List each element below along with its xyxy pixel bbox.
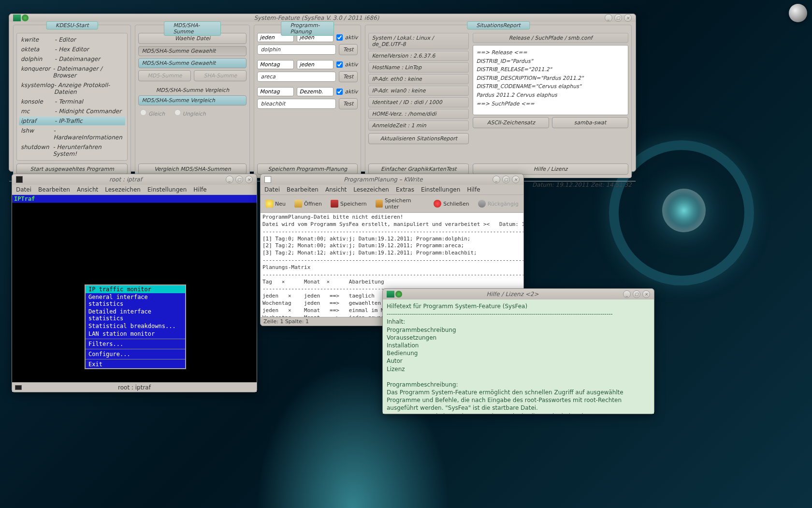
close-button[interactable]: ×	[642, 290, 650, 298]
terminal-area[interactable]: IPTraf IP traffic monitor General interf…	[12, 195, 257, 382]
minimize-button[interactable]: _	[226, 176, 233, 183]
plan3-test-button[interactable]: Test	[339, 98, 358, 109]
save-icon	[331, 200, 338, 208]
list-item[interactable]: shutdown- Herunterfahren System!	[19, 143, 125, 158]
window-title: ProgrammPlanung – KWrite	[274, 176, 493, 183]
compare-sums-button[interactable]: Vergleich MD5/SHA-Summen	[138, 164, 246, 175]
ascii-button[interactable]: ASCII-Zeichensatz	[473, 117, 549, 128]
sha-button[interactable]: SHA-Summe	[194, 70, 246, 81]
menu-filters[interactable]: Filters...	[86, 340, 185, 348]
menu-lan-monitor[interactable]: LAN station monitor	[86, 330, 185, 338]
sysfea-titlebar[interactable]: System-Feature (SysFea V. 3.0 / 2011 i68…	[9, 14, 636, 22]
list-item[interactable]: lshw- HardwareInformationen	[19, 126, 125, 142]
undo-button[interactable]: Rückgängig	[476, 199, 521, 209]
samba-button[interactable]: samba-swat	[552, 117, 628, 128]
plan1-program-input[interactable]	[257, 45, 335, 55]
close-button[interactable]: ×	[512, 176, 520, 183]
save-button[interactable]: Speichern	[329, 199, 369, 209]
plan1-aktiv-check[interactable]: aktiv	[336, 34, 358, 41]
menu-item[interactable]: Lesezeichen	[353, 186, 389, 193]
refresh-report-button[interactable]: Aktualisieren SitationsReport	[368, 133, 469, 144]
list-item[interactable]: okteta- Hex Editor	[19, 45, 125, 54]
radio-unequal[interactable]: Ungleich	[174, 109, 205, 117]
menu-item[interactable]: Hilfe	[467, 186, 480, 193]
minimize-button[interactable]: _	[493, 176, 500, 183]
menu-item[interactable]: Extras	[396, 186, 414, 193]
menu-item[interactable]: Einstellungen	[421, 186, 460, 193]
menu-ip-traffic[interactable]: IP traffic monitor	[86, 285, 185, 293]
menu-detailed-stats[interactable]: Detailed interface statistics	[86, 308, 185, 322]
menu-item[interactable]: Datei	[264, 186, 280, 193]
menu-stat-breakdowns[interactable]: Statistical breakdowns...	[86, 322, 185, 330]
hilfe-titlebar[interactable]: Hilfe / Lizenz <2> _ ▢ ×	[383, 289, 654, 299]
help-license-button[interactable]: Hilfe / Lizenz	[473, 164, 628, 175]
gfx-test-button[interactable]: Einfacher GraphikKartenTest	[368, 164, 469, 175]
list-item[interactable]: dolphin- Dateimanager	[19, 55, 125, 63]
iptraf-window: root : iptraf _ ▢ × Datei Bearbeiten Ans…	[12, 174, 257, 392]
iptraf-tab[interactable]: root : iptraf	[12, 382, 257, 392]
help-text-area[interactable]: Hilfetext für Programm System-Feature (S…	[383, 299, 654, 414]
sit-title: SituationsReport	[467, 21, 530, 30]
iptraf-main-menu: IP traffic monitor General interface sta…	[85, 284, 186, 369]
app-icon	[387, 291, 394, 298]
app-icon2	[395, 291, 402, 298]
kwrite-icon	[264, 176, 271, 183]
list-item[interactable]: konqueror- Dateimanager / Browser	[19, 64, 125, 80]
maximize-button[interactable]: ▢	[633, 290, 640, 298]
md5-button[interactable]: MD5-Summe	[138, 70, 191, 81]
menu-item[interactable]: Lesezeichen	[105, 186, 141, 193]
close-button[interactable]: ×	[624, 14, 632, 22]
plan2-month-select[interactable]: jeden	[297, 60, 334, 69]
maximize-button[interactable]: ▢	[614, 14, 622, 22]
menu-general-stats[interactable]: General interface statistics	[86, 293, 185, 308]
menu-exit[interactable]: Exit	[86, 360, 185, 368]
iptraf-titlebar[interactable]: root : iptraf _ ▢ ×	[12, 174, 257, 185]
md5-title: MD5/SHA-Summe	[164, 21, 221, 36]
plan1-test-button[interactable]: Test	[339, 44, 358, 55]
list-item[interactable]: ksystemlog- Anzeige Protokoll-Dateien	[19, 81, 125, 96]
window-title: Hilfe / Lizenz <2>	[402, 291, 623, 298]
report-box[interactable]: ==> Release <== DISTRIB_ID="Pardus" DIST…	[473, 45, 628, 115]
menu-item[interactable]: Bearbeiten	[38, 186, 70, 193]
kwrite-menubar: Datei Bearbeiten Ansicht Lesezeichen Ext…	[261, 185, 523, 195]
plan2-day-select[interactable]: Montag	[257, 60, 294, 69]
compare-header: MD5/SHA-Summe Vergleich	[138, 87, 246, 93]
plan2-program-input[interactable]	[257, 72, 335, 82]
saveas-button[interactable]: Speichern unter	[374, 196, 427, 211]
open-button[interactable]: Öffnen	[292, 199, 324, 209]
plan2-aktiv-check[interactable]: aktiv	[336, 61, 358, 68]
maximize-button[interactable]: ▢	[235, 176, 243, 183]
chosen-file-1: MD5/SHA-Summe Gewaehlt	[138, 46, 246, 56]
list-item-selected[interactable]: iptraf- IP-Traffic	[19, 117, 125, 125]
close-button[interactable]: ×	[245, 176, 253, 183]
window-title: System-Feature (SysFea V. 3.0 / 2011 i68…	[29, 15, 605, 21]
menu-item[interactable]: Ansicht	[77, 186, 98, 193]
menu-item[interactable]: Bearbeiten	[287, 186, 319, 193]
list-item[interactable]: mc- Midnight Commander	[19, 107, 125, 116]
plan3-program-input[interactable]	[257, 99, 335, 109]
menu-item[interactable]: Einstellungen	[147, 186, 187, 193]
start-program-button[interactable]: Start ausgewaehltes Programm	[16, 164, 128, 175]
close-icon	[434, 200, 441, 208]
plan2-test-button[interactable]: Test	[339, 71, 358, 82]
maximize-button[interactable]: ▢	[502, 176, 510, 183]
close-file-button[interactable]: Schließen	[432, 199, 471, 209]
sit-info: KernelVersion : 2.6.37.6	[368, 51, 469, 61]
new-button[interactable]: Neu	[263, 199, 288, 209]
list-item[interactable]: kwrite- Editor	[19, 35, 125, 44]
showdesktop-button[interactable]	[789, 4, 807, 22]
menu-item[interactable]: Hilfe	[193, 186, 206, 193]
radio-equal[interactable]: Gleich	[140, 109, 165, 117]
list-item[interactable]: konsole- Terminal	[19, 97, 125, 106]
kwrite-titlebar[interactable]: ProgrammPlanung – KWrite _ ▢ ×	[261, 174, 523, 185]
plan3-month-select[interactable]: Dezemb.	[297, 87, 334, 96]
compare-field: MD5/SHA-Summe Vergleich	[138, 95, 246, 105]
minimize-button[interactable]: _	[605, 14, 612, 22]
plan3-aktiv-check[interactable]: aktiv	[336, 89, 358, 95]
menu-configure[interactable]: Configure...	[86, 350, 185, 358]
menu-item[interactable]: Ansicht	[325, 186, 347, 193]
menu-item[interactable]: Datei	[16, 186, 31, 193]
minimize-button[interactable]: _	[623, 290, 631, 298]
plan3-day-select[interactable]: Montag	[257, 87, 294, 96]
save-plan-button[interactable]: Speichern Programm-Planung	[257, 164, 358, 175]
